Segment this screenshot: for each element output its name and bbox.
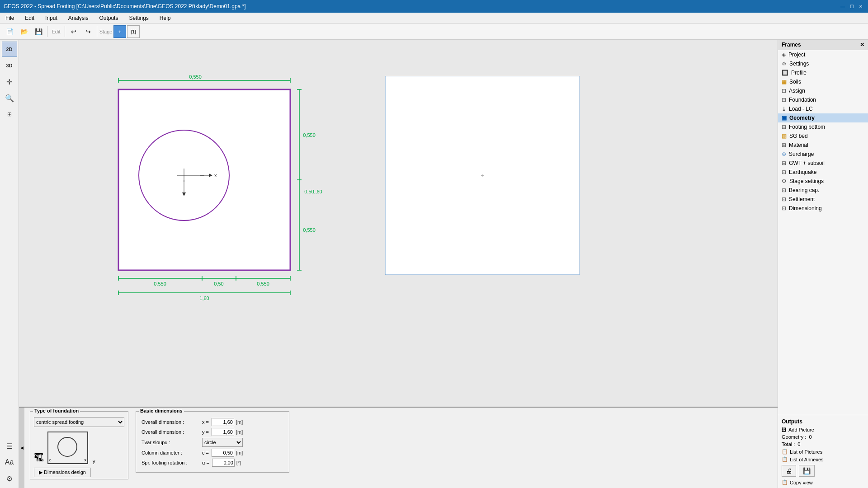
outputs-panel: Outputs 🖼 Add Picture Geometry : 0 Total…	[778, 415, 868, 488]
right-panel: Frames ✕ ◈ Project ⚙ Settings 🔲 Profile …	[778, 40, 868, 488]
svg-text:x: x	[214, 173, 217, 178]
list-view-button[interactable]: ☰	[2, 438, 17, 454]
frames-item-sg-bed[interactable]: ▨ SG bed	[778, 131, 868, 141]
3d-view-button[interactable]: 3D	[2, 58, 17, 73]
overall-dim-x-unit: [m]	[236, 419, 243, 425]
menu-file[interactable]: File	[2, 14, 18, 22]
svg-text:0,550: 0,550	[154, 281, 166, 286]
list-annexes-item[interactable]: 📋 List of Annexes	[780, 455, 866, 463]
col-diameter-var: c =	[202, 450, 209, 455]
sg-bed-icon: ▨	[782, 133, 787, 139]
surcharge-icon: ⊛	[782, 151, 786, 157]
menu-settings[interactable]: Settings	[125, 14, 152, 22]
zoom-tool-button[interactable]: 🔍	[2, 90, 17, 106]
menu-input[interactable]: Input	[42, 14, 61, 22]
undo-button[interactable]: ↩	[67, 25, 80, 38]
new-button[interactable]: 📄	[3, 25, 16, 38]
diagram-x-label: x	[85, 458, 87, 462]
foundation-type-select[interactable]: centric spread footing eccentric spread …	[34, 417, 124, 427]
open-button[interactable]: 📂	[17, 25, 31, 38]
settings-tool-button[interactable]: ⚙	[2, 471, 17, 486]
type-of-foundation-label: Type of foundation	[33, 408, 80, 413]
frames-item-gwt-subsoil[interactable]: ⊟ GWT + subsoil	[778, 159, 868, 168]
basic-dimensions-section: Basic dimensions Overall dimension : x =…	[136, 411, 289, 473]
copy-view-item[interactable]: 📋 Copy view	[780, 479, 866, 486]
rotation-var: α =	[202, 460, 209, 465]
overall-dim-y-var: y =	[202, 429, 209, 435]
tvar-sloup-select[interactable]: circle rectangle	[202, 438, 243, 447]
panel-collapse-btn[interactable]: ◀	[19, 408, 24, 488]
svg-text:0,550: 0,550	[189, 74, 202, 80]
add-picture-item[interactable]: 🖼 Add Picture	[780, 426, 866, 433]
list-annexes-label: List of Annexes	[790, 457, 824, 462]
menubar: File Edit Input Analysis Outputs Setting…	[0, 13, 868, 23]
project-icon: ◈	[782, 52, 786, 58]
frames-item-soils[interactable]: ▦ Soils	[778, 77, 868, 86]
total-count-label: Total :	[782, 441, 795, 447]
rotation-input[interactable]	[212, 459, 235, 467]
settings-icon: ⚙	[782, 61, 787, 67]
list-pictures-icon: 📋	[782, 449, 788, 455]
assign-icon: ⊡	[782, 88, 786, 94]
frames-item-geometry[interactable]: ▣ Geometry	[778, 113, 868, 122]
gwt-icon: ⊟	[782, 160, 786, 166]
frames-item-project[interactable]: ◈ Project	[778, 50, 868, 59]
frames-item-footing-bottom[interactable]: ⊟ Footing bottom	[778, 122, 868, 131]
close-button[interactable]: ✕	[857, 3, 864, 10]
print-button[interactable]: 🖨	[782, 465, 796, 477]
titlebar: GEOS 2022 - Spread Footing [C:\Users\Pub…	[0, 0, 868, 13]
basic-dimensions-label: Basic dimensions	[139, 408, 184, 413]
text-tool-button[interactable]: Aa	[2, 455, 17, 470]
frames-item-foundation[interactable]: ⊟ Foundation	[778, 95, 868, 104]
overall-dim-y-label: Overall dimension :	[142, 429, 200, 435]
frames-list: ◈ Project ⚙ Settings 🔲 Profile ▦ Soils ⊡…	[778, 50, 868, 415]
svg-text:+: +	[481, 173, 484, 179]
minimize-button[interactable]: —	[839, 3, 846, 10]
list-pictures-label: List of Pictures	[790, 449, 822, 455]
frames-item-stage-settings[interactable]: ⚙ Stage settings	[778, 177, 868, 186]
diagram-y-label: y	[93, 459, 95, 464]
select-tool-button[interactable]: ⊞	[2, 107, 17, 122]
frames-item-surcharge[interactable]: ⊛ Surcharge	[778, 150, 868, 159]
menu-analysis[interactable]: Analysis	[65, 14, 92, 22]
frames-item-settings[interactable]: ⚙ Settings	[778, 59, 868, 68]
move-tool-button[interactable]: ✛	[2, 74, 17, 89]
canvas-area: x 0,550 0,550 0,50 0,550 1,	[19, 40, 778, 488]
app-title: GEOS 2022 - Spread Footing [C:\Users\Pub…	[4, 3, 246, 9]
2d-view-button[interactable]: 2D	[2, 42, 17, 57]
frames-item-profile[interactable]: 🔲 Profile	[778, 68, 868, 77]
stage-number[interactable]: [1]	[127, 25, 140, 38]
frames-item-settlement[interactable]: ⊡ Settlement	[778, 195, 868, 204]
overall-dim-x-input[interactable]	[212, 418, 234, 426]
frames-item-load-lc[interactable]: ⤓ Load - LC	[778, 104, 868, 113]
list-pictures-item[interactable]: 📋 List of Pictures	[780, 448, 866, 455]
add-stage-button[interactable]: +	[113, 25, 126, 38]
frames-item-assign[interactable]: ⊡ Assign	[778, 86, 868, 95]
frames-item-material[interactable]: ⊞ Material	[778, 141, 868, 150]
svg-text:0,550: 0,550	[303, 132, 316, 138]
menu-edit[interactable]: Edit	[21, 14, 38, 22]
col-diameter-input[interactable]	[212, 449, 234, 457]
frames-item-earthquake[interactable]: ⊡ Earthquake	[778, 168, 868, 177]
copy-view-label: Copy view	[790, 480, 813, 485]
toolbar-sep2	[65, 26, 65, 37]
foundation-diagram: 🏗 c x y	[34, 432, 124, 464]
menu-outputs[interactable]: Outputs	[95, 14, 122, 22]
earthquake-icon: ⊡	[782, 169, 786, 175]
save-button[interactable]: 💾	[32, 25, 45, 38]
profile-icon: 🔲	[782, 70, 788, 76]
stage-settings-icon: ⚙	[782, 178, 787, 184]
frames-item-bearing-cap[interactable]: ⊡ Bearing cap.	[778, 186, 868, 195]
menu-help[interactable]: Help	[156, 14, 175, 22]
svg-rect-0	[118, 89, 290, 270]
maximize-button[interactable]: ☐	[848, 3, 855, 10]
main-layout: 2D 3D ✛ 🔍 ⊞ ☰ Aa ⚙ x	[0, 40, 868, 488]
frames-item-dimensioning[interactable]: ⊡ Dimensioning	[778, 204, 868, 213]
redo-button[interactable]: ↪	[81, 25, 95, 38]
export-button[interactable]: 💾	[799, 465, 815, 477]
overall-dim-x-label: Overall dimension :	[142, 419, 200, 425]
add-picture-icon: 🖼	[782, 427, 787, 432]
svg-text:0,550: 0,550	[257, 281, 269, 286]
dimensions-design-button[interactable]: ▶ Dimensions design	[34, 468, 91, 477]
overall-dim-y-input[interactable]	[212, 428, 234, 436]
